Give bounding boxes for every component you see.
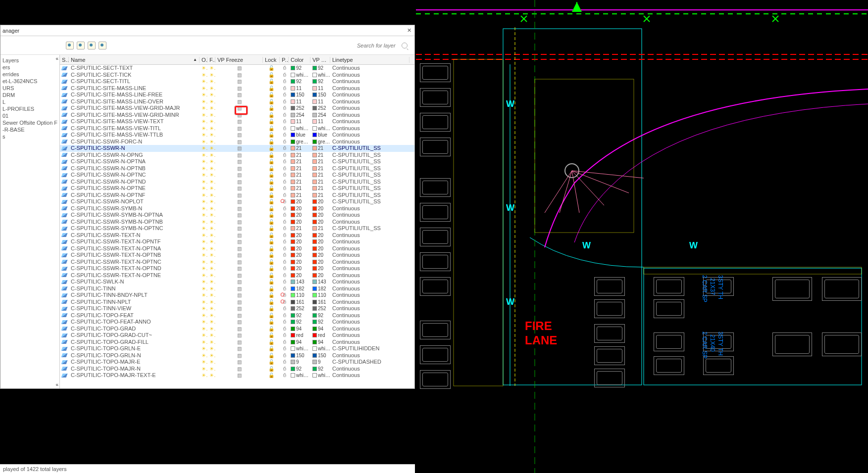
linetype-cell[interactable]: C-SPUTILIUTIL_SS (330, 185, 409, 192)
plot-toggle[interactable]: ⎙ (280, 185, 289, 192)
vp-freeze-toggle[interactable]: ▧ (215, 245, 263, 252)
layer-row[interactable]: C-SPUTILIC-SITE-MASS-VIEW-TITL☀☀▧🔓⎙whi…w… (60, 125, 414, 132)
vp-freeze-toggle[interactable]: ▧ (215, 292, 263, 299)
color-cell[interactable]: 21 (289, 172, 310, 179)
filter-tree-item[interactable]: et-L-3624NCS (2, 78, 58, 85)
lock-toggle[interactable]: 🔓 (263, 299, 280, 306)
linetype-cell[interactable]: Continuous (330, 339, 409, 346)
linetype-cell[interactable]: Continuous (330, 238, 409, 245)
vpcolor-cell[interactable]: 20 (310, 265, 330, 272)
vp-freeze-toggle[interactable]: ▧ (215, 332, 263, 339)
layer-name[interactable]: C-SPUTILIC-TOPO-FEAT (69, 312, 200, 319)
vp-freeze-toggle[interactable]: ▧ (215, 212, 263, 219)
col-linetype[interactable]: Linetype (330, 57, 409, 63)
on-toggle[interactable]: ☀ (200, 265, 207, 272)
color-cell[interactable]: 92 (289, 65, 310, 72)
linetype-cell[interactable]: Continuous (330, 132, 409, 139)
linetype-cell[interactable]: Continuous (330, 98, 409, 105)
layer-row[interactable]: C-SPUTILIC-SSWR-SYMB-N-OPTNC☀☀▧🔓⎙2121C-S… (60, 225, 414, 232)
vp-freeze-toggle[interactable]: ▧ (215, 372, 263, 379)
layer-name[interactable]: C-SPUTILIC-TOPO-GRLN-E (69, 345, 200, 352)
plot-toggle[interactable]: ⎙ (280, 285, 289, 292)
layer-row[interactable]: C-SPUTILIC-SSWR-N-OPTNA☀☀▧🔓⎙2121C-SPUTIL… (60, 158, 414, 165)
color-cell[interactable]: 20 (289, 219, 310, 226)
color-cell[interactable]: red (289, 332, 310, 339)
on-toggle[interactable]: ☀ (200, 198, 207, 205)
on-toggle[interactable]: ☀ (200, 185, 207, 192)
on-toggle[interactable]: ☀ (200, 279, 207, 285)
freeze-toggle[interactable]: ☀ (207, 139, 215, 145)
freeze-toggle[interactable]: ☀ (207, 285, 215, 292)
freeze-toggle[interactable]: ☀ (207, 259, 215, 266)
filter-tree-item[interactable]: ers (2, 64, 58, 71)
layer-row[interactable]: C-SPUTILIC-SSWR-TEXT-N-OPTNB☀☀▧🔓⎙2020Con… (60, 252, 414, 259)
layer-name[interactable]: C-SPUTILIC-SSWR-TEXT-N-OPTND (69, 265, 200, 272)
color-cell[interactable]: whi… (289, 345, 310, 352)
layer-name[interactable]: C-SPUTILIC-SSWR-SYMB-N-OPTNC (69, 225, 200, 232)
freeze-toggle[interactable]: ☀ (207, 185, 215, 192)
layer-name[interactable]: C-SPUTILIC-SECT-TITL (69, 78, 200, 85)
col-vpfreeze[interactable]: VP Freeze (215, 57, 263, 63)
linetype-cell[interactable]: Continuous (330, 112, 409, 119)
on-toggle[interactable]: ☀ (200, 158, 207, 165)
lock-toggle[interactable]: 🔓 (263, 165, 280, 172)
linetype-cell[interactable]: Continuous (330, 319, 409, 326)
plot-toggle[interactable]: ⎙ (280, 85, 289, 92)
layer-name[interactable]: C-SPUTILIC-SECT-TICK (69, 72, 200, 79)
on-toggle[interactable]: ☀ (200, 299, 207, 306)
vp-freeze-toggle[interactable]: ▧ (215, 299, 263, 306)
linetype-cell[interactable]: Continuous (330, 212, 409, 219)
vp-freeze-toggle[interactable]: ▧ (215, 285, 263, 292)
col-vpcolor[interactable]: VP C.. (310, 57, 330, 63)
color-cell[interactable]: 150 (289, 92, 310, 98)
vp-freeze-toggle[interactable]: ▧ (215, 339, 263, 346)
layer-row[interactable]: C-SPUTILIC-TOPO-MAJR-N☀☀▧🔓⎙9292Continuou… (60, 366, 414, 373)
layer-row[interactable]: C-SPUTILIC-SSWR-N-OPTNC☀☀▧🔓⎙2121C-SPUTIL… (60, 172, 414, 179)
on-toggle[interactable]: ☀ (200, 292, 207, 299)
lock-toggle[interactable]: 🔓 (263, 219, 280, 226)
filter-tree-item[interactable]: L (2, 98, 58, 105)
on-toggle[interactable]: ☀ (200, 372, 207, 379)
vpcolor-cell[interactable]: 20 (310, 245, 330, 252)
vp-freeze-toggle[interactable]: ▧ (215, 158, 263, 165)
on-toggle[interactable]: ☀ (200, 339, 207, 346)
lock-toggle[interactable]: 🔓 (263, 265, 280, 272)
layer-name[interactable]: C-SPUTILIC-SITE-MASS-LINE-FREE (69, 92, 200, 98)
lock-toggle[interactable]: 🔓 (263, 279, 280, 285)
plot-toggle[interactable]: ⎙ (280, 132, 289, 139)
vpcolor-cell[interactable]: whi… (310, 72, 330, 79)
vpcolor-cell[interactable]: gre… (310, 139, 330, 145)
vp-freeze-toggle[interactable]: ▧ (215, 65, 263, 72)
color-cell[interactable]: gre… (289, 139, 310, 145)
vp-freeze-toggle[interactable]: ▧ (215, 265, 263, 272)
color-cell[interactable]: whi… (289, 372, 310, 379)
vpcolor-cell[interactable]: 21 (310, 225, 330, 232)
color-cell[interactable]: 92 (289, 312, 310, 319)
vpcolor-cell[interactable]: 94 (310, 326, 330, 332)
freeze-toggle[interactable]: ☀ (207, 85, 215, 92)
on-toggle[interactable]: ☀ (200, 145, 207, 152)
vp-freeze-toggle[interactable]: ▧ (215, 359, 263, 366)
color-cell[interactable]: 21 (289, 179, 310, 186)
layer-row[interactable]: C-SPUTILIC-SSWR-TEXT-N-OPNTF☀☀▧🔓⎙2020Con… (60, 238, 414, 245)
layer-name[interactable]: C-SPUTILIC-TOPO-MAJR-E (69, 359, 200, 366)
freeze-toggle[interactable]: ☀ (207, 245, 215, 252)
on-toggle[interactable]: ☀ (200, 366, 207, 373)
plot-toggle[interactable]: ⎙ (280, 259, 289, 266)
linetype-cell[interactable]: Continuous (330, 92, 409, 98)
on-toggle[interactable]: ☀ (200, 219, 207, 226)
on-toggle[interactable]: ☀ (200, 352, 207, 359)
plot-toggle[interactable]: ⎙ (280, 98, 289, 105)
linetype-cell[interactable]: Continuous (330, 352, 409, 359)
layer-row[interactable]: C-SPUTILIC-TINN-VIEW☀☀▧🔓⎙252252Continuou… (60, 305, 414, 312)
vp-freeze-toggle[interactable]: ▧ (215, 145, 263, 152)
on-toggle[interactable]: ☀ (200, 192, 207, 199)
layer-name[interactable]: C-SPUTILIC-SITE-MASS-VIEW-TTLB (69, 132, 200, 139)
plot-toggle[interactable]: ⎙ (280, 65, 289, 72)
color-cell[interactable]: 21 (289, 192, 310, 199)
plot-toggle[interactable]: ⎙ (280, 326, 289, 332)
filter-tree-item[interactable]: 01 (2, 112, 58, 119)
layer-row[interactable]: C-SPUTILIC-SSWR-FORC-N☀☀▧🔓⎙gre…gre…Conti… (60, 139, 414, 145)
freeze-toggle[interactable]: ☀ (207, 72, 215, 79)
linetype-cell[interactable]: Continuous (330, 285, 409, 292)
